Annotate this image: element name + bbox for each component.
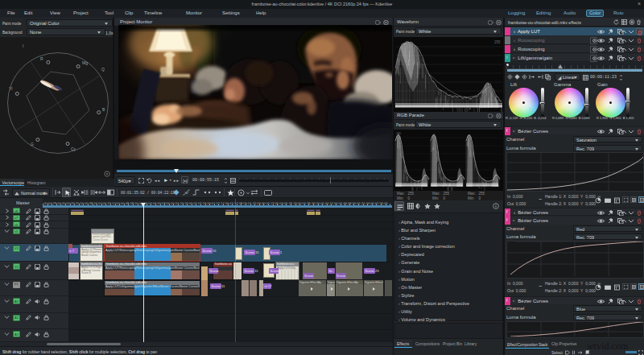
svg-text:I: I xyxy=(23,43,23,48)
svg-text:255: 255 xyxy=(396,132,401,135)
svg-text:R: R xyxy=(40,56,43,61)
svg-text:B: B xyxy=(102,107,105,112)
svg-text:G: G xyxy=(31,142,34,147)
svg-text:Cy: Cy xyxy=(71,147,76,151)
svg-text:Yl: Yl xyxy=(9,86,12,91)
svg-text:Mg: Mg xyxy=(82,60,88,65)
svg-text:255: 255 xyxy=(494,40,501,44)
svg-text:Q: Q xyxy=(101,67,105,72)
